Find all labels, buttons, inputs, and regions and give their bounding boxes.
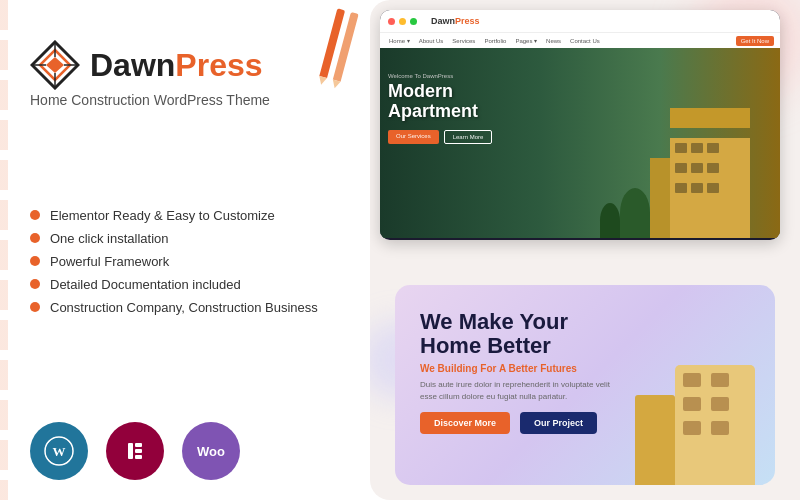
stripe-decoration — [0, 0, 8, 500]
window — [675, 143, 687, 153]
browser-dot-green — [410, 18, 417, 25]
features-list: Elementor Ready & Easy to Customize One … — [30, 208, 340, 323]
feature-item: Elementor Ready & Easy to Customize — [30, 208, 340, 223]
svg-rect-12 — [135, 455, 142, 459]
tree-2 — [600, 203, 620, 238]
bullet-icon — [30, 210, 40, 220]
window-row-1 — [670, 138, 750, 158]
nav-services: Services — [449, 38, 478, 44]
tagline: Home Construction WordPress Theme — [30, 92, 340, 108]
feature-item: Powerful Framework — [30, 254, 340, 269]
window — [707, 143, 719, 153]
window — [707, 183, 719, 193]
elementor-badge — [106, 422, 164, 480]
bullet-icon — [30, 302, 40, 312]
window — [675, 163, 687, 173]
hero-area: Welcome To DawnPress Modern Apartment Ou… — [380, 48, 780, 238]
nav-portfolio: Portfolio — [481, 38, 509, 44]
building-top — [670, 108, 750, 128]
badges-row: W Woo — [30, 422, 340, 480]
hero-learn-button[interactable]: Learn More — [444, 130, 493, 144]
svg-rect-9 — [128, 443, 133, 459]
browser-mockup: DawnPress Home ▾ About Us Services Portf… — [380, 10, 780, 240]
logo-text: DawnPress — [90, 49, 263, 81]
window-row-3 — [670, 178, 750, 198]
our-project-button[interactable]: Our Project — [520, 412, 597, 434]
logo-press: Press — [175, 47, 262, 83]
nav-cta-button[interactable]: Get It Now — [736, 36, 774, 46]
window — [675, 183, 687, 193]
hero-headline: Modern Apartment — [388, 82, 492, 122]
svg-rect-11 — [135, 449, 142, 453]
bullet-icon — [30, 233, 40, 243]
bullet-icon — [30, 279, 40, 289]
card-description: Duis aute irure dolor in reprehenderit i… — [420, 379, 620, 401]
window-row-2 — [670, 158, 750, 178]
window — [707, 163, 719, 173]
feature-item: One click installation — [30, 231, 340, 246]
browser-bar: DawnPress — [380, 10, 780, 32]
nav-news: News — [543, 38, 564, 44]
card-building-side — [635, 395, 675, 485]
card-content: We Make Your Home Better We Building For… — [420, 310, 750, 434]
card-window — [683, 373, 701, 387]
elementor-icon — [120, 436, 150, 466]
tree-1 — [620, 188, 650, 238]
window — [691, 143, 703, 153]
browser-press: Press — [455, 16, 480, 26]
browser-dawn: Dawn — [431, 16, 455, 26]
card-subtitle: We Building For A Better Futures — [420, 363, 750, 374]
building-main — [670, 138, 750, 238]
nav-about: About Us — [416, 38, 447, 44]
window — [691, 183, 703, 193]
browser-dot-yellow — [399, 18, 406, 25]
card-buttons: Discover More Our Project — [420, 412, 750, 434]
logo-area: DawnPress — [30, 40, 340, 90]
wordpress-icon: W — [44, 436, 74, 466]
bullet-icon — [30, 256, 40, 266]
card-window — [683, 397, 701, 411]
logo-icon — [30, 40, 80, 90]
browser-dot-red — [388, 18, 395, 25]
hero-services-button[interactable]: Our Services — [388, 130, 439, 144]
bottom-card: We Make Your Home Better We Building For… — [395, 285, 775, 485]
right-panel: DawnPress Home ▾ About Us Services Portf… — [370, 0, 800, 500]
hero-text: Welcome To DawnPress Modern Apartment Ou… — [388, 73, 492, 144]
woocommerce-badge: Woo — [182, 422, 240, 480]
hero-welcome-text: Welcome To DawnPress — [388, 73, 492, 79]
site-nav-bar: Home ▾ About Us Services Portfolio Pages… — [380, 32, 780, 48]
logo-section: DawnPress Home Construction WordPress Th… — [30, 30, 340, 108]
browser-brand-text: DawnPress — [431, 16, 480, 26]
window — [691, 163, 703, 173]
hero-buttons: Our Services Learn More — [388, 130, 492, 144]
feature-item: Detailed Documentation included — [30, 277, 340, 292]
building-illustration — [650, 108, 770, 238]
logo-dawn: Dawn — [90, 47, 175, 83]
wordpress-badge: W — [30, 422, 88, 480]
card-window — [711, 397, 729, 411]
discover-more-button[interactable]: Discover More — [420, 412, 510, 434]
card-windows — [675, 365, 755, 447]
feature-item: Construction Company, Construction Busin… — [30, 300, 340, 315]
logo-text-container: DawnPress — [90, 49, 263, 81]
card-title: We Make Your Home Better — [420, 310, 750, 358]
svg-marker-2 — [46, 57, 64, 73]
left-panel: DawnPress Home Construction WordPress Th… — [0, 0, 370, 500]
nav-pages: Pages ▾ — [512, 37, 540, 44]
nav-home: Home ▾ — [386, 37, 413, 44]
woo-label: Woo — [197, 444, 225, 459]
svg-text:W: W — [53, 444, 66, 459]
svg-rect-10 — [135, 443, 142, 447]
card-window — [711, 373, 729, 387]
nav-contact: Contact Us — [567, 38, 603, 44]
